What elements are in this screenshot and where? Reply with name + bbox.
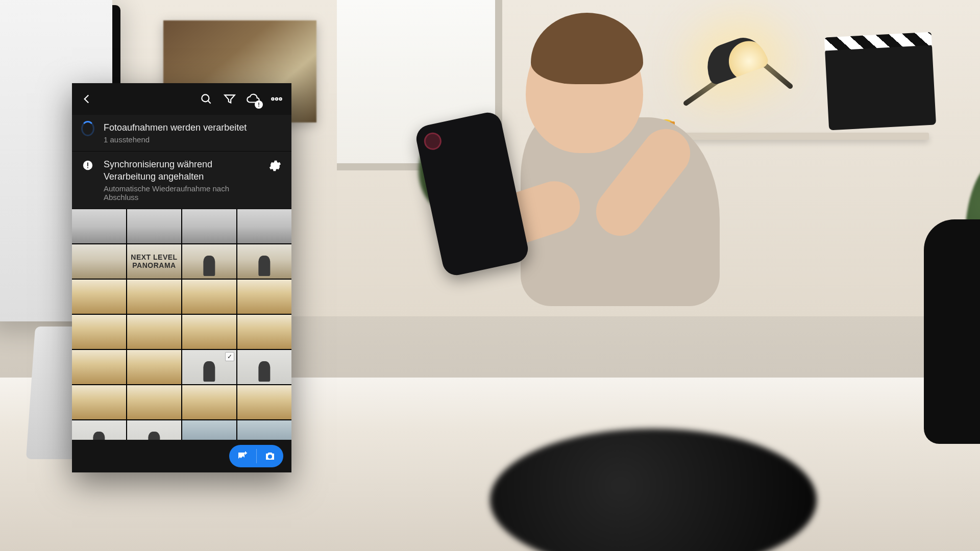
photo-thumbnail[interactable] bbox=[182, 244, 236, 279]
status-processing-subtitle: 1 ausstehend bbox=[104, 135, 282, 144]
thumbnail-silhouette bbox=[203, 361, 215, 382]
svg-point-0 bbox=[202, 94, 209, 102]
thumbnail-silhouette bbox=[93, 432, 105, 440]
bg-chair bbox=[817, 204, 980, 490]
svg-point-1 bbox=[272, 98, 274, 100]
status-processing-title: Fotoaufnahmen werden verarbeitet bbox=[104, 122, 282, 134]
photo-thumbnail[interactable] bbox=[127, 350, 181, 384]
photo-thumbnail[interactable] bbox=[237, 420, 291, 440]
photo-thumbnail[interactable] bbox=[237, 209, 291, 243]
photo-thumbnail[interactable] bbox=[182, 280, 236, 314]
thumbnail-silhouette bbox=[203, 256, 215, 276]
photo-thumbnail[interactable] bbox=[127, 315, 181, 349]
photo-thumbnail[interactable] bbox=[72, 280, 126, 314]
filter-icon bbox=[223, 92, 236, 106]
back-button[interactable] bbox=[75, 87, 99, 111]
chevron-left-icon bbox=[80, 92, 93, 106]
svg-point-3 bbox=[279, 98, 281, 100]
thumbnail-silhouette bbox=[258, 256, 270, 276]
bg-phone-in-hand bbox=[414, 110, 531, 278]
status-processing[interactable]: Fotoaufnahmen werden verarbeitet 1 ausst… bbox=[72, 115, 291, 152]
photo-thumbnail[interactable] bbox=[237, 385, 291, 419]
spinner-icon bbox=[81, 122, 94, 135]
photo-thumbnail[interactable] bbox=[127, 280, 181, 314]
photo-thumbnail[interactable] bbox=[182, 420, 236, 440]
add-capture-pill bbox=[229, 445, 283, 467]
svg-point-2 bbox=[276, 98, 278, 100]
svg-rect-6 bbox=[87, 167, 88, 168]
photo-thumbnail[interactable] bbox=[127, 385, 181, 419]
cloud-badge: ! bbox=[255, 101, 263, 109]
sync-settings-button[interactable] bbox=[268, 159, 282, 173]
photo-thumbnail[interactable]: NEXT LEVEL PANORAMA bbox=[127, 244, 181, 279]
status-sync-paused[interactable]: Synchronisierung während Verarbeitung an… bbox=[72, 152, 291, 209]
photo-thumbnail[interactable] bbox=[127, 209, 181, 243]
thumbnail-silhouette bbox=[148, 432, 160, 440]
add-photos-button[interactable] bbox=[229, 450, 256, 462]
cloud-sync-button[interactable]: ! bbox=[241, 87, 265, 111]
bottom-bar bbox=[72, 440, 291, 472]
camera-icon bbox=[264, 450, 276, 462]
photo-thumbnail[interactable] bbox=[182, 385, 236, 419]
more-button[interactable] bbox=[265, 87, 288, 111]
photo-thumbnail[interactable] bbox=[237, 315, 291, 349]
thumbnail-overlay-label: NEXT LEVEL PANORAMA bbox=[127, 244, 181, 279]
photo-thumbnail[interactable] bbox=[72, 350, 126, 384]
phone-screen-overlay: ! Fotoaufnahmen werden verarbeitet 1 aus… bbox=[72, 83, 291, 472]
photo-thumbnail[interactable] bbox=[182, 315, 236, 349]
photo-thumbnail[interactable] bbox=[237, 244, 291, 279]
photo-thumbnail[interactable] bbox=[127, 420, 181, 440]
photo-thumbnail[interactable] bbox=[72, 420, 126, 440]
thumbnail-check-icon: ✓ bbox=[225, 352, 234, 361]
photo-thumbnail[interactable]: ✓ bbox=[182, 350, 236, 384]
camera-button[interactable] bbox=[257, 450, 284, 462]
photo-grid[interactable]: NEXT LEVEL PANORAMA✓ bbox=[72, 209, 291, 440]
search-button[interactable] bbox=[194, 87, 218, 111]
top-bar: ! bbox=[72, 83, 291, 115]
photo-thumbnail[interactable] bbox=[72, 244, 126, 279]
image-plus-icon bbox=[236, 450, 249, 462]
status-sync-title: Synchronisierung während Verarbeitung an… bbox=[104, 159, 259, 183]
photo-thumbnail[interactable] bbox=[72, 315, 126, 349]
gear-icon bbox=[268, 159, 282, 173]
status-sync-subtitle: Automatische Wiederaufnahme nach Abschlu… bbox=[104, 184, 259, 202]
thumbnail-silhouette bbox=[258, 361, 270, 382]
alert-circle-icon bbox=[81, 159, 94, 172]
search-icon bbox=[200, 92, 213, 106]
more-horizontal-icon bbox=[270, 92, 283, 106]
photo-thumbnail[interactable] bbox=[72, 385, 126, 419]
filter-button[interactable] bbox=[218, 87, 241, 111]
svg-rect-5 bbox=[87, 163, 88, 166]
photo-thumbnail[interactable] bbox=[72, 209, 126, 243]
bg-person bbox=[368, 41, 827, 459]
photo-thumbnail[interactable] bbox=[237, 280, 291, 314]
bg-clapperboard bbox=[825, 43, 936, 131]
photo-thumbnail[interactable] bbox=[237, 350, 291, 384]
photo-thumbnail[interactable] bbox=[182, 209, 236, 243]
